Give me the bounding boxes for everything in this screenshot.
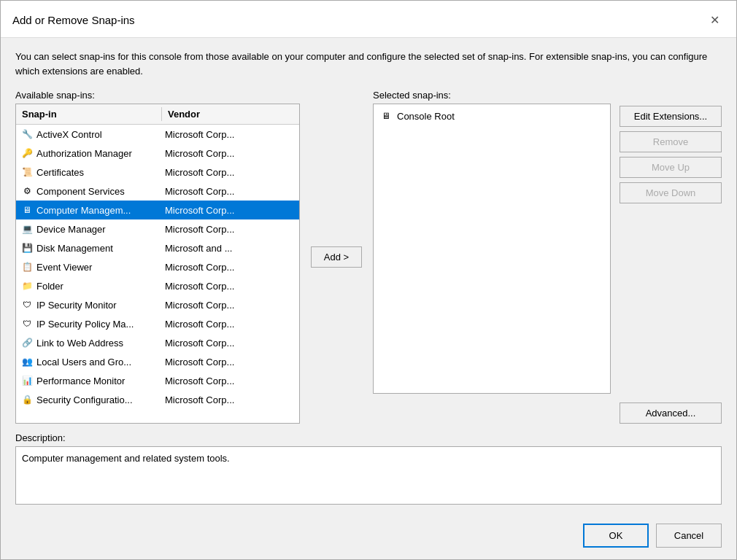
snap-in-icon: 🛡: [20, 298, 34, 311]
add-remove-snapins-dialog: Add or Remove Snap-ins ✕ You can select …: [0, 0, 737, 560]
table-row[interactable]: 💻Device ManagerMicrosoft Corp...: [16, 219, 299, 238]
snap-in-vendor: Microsoft Corp...: [159, 262, 299, 273]
snap-in-icon: 📁: [20, 279, 34, 292]
snap-in-name: IP Security Policy Ma...: [36, 319, 159, 330]
snap-in-vendor: Microsoft Corp...: [159, 338, 299, 349]
cancel-button[interactable]: Cancel: [656, 524, 722, 548]
description-box: Computer management and related system t…: [15, 446, 722, 505]
table-row[interactable]: 🖥Computer Managem...Microsoft Corp...: [16, 201, 299, 219]
snap-in-icon: 🔧: [20, 128, 34, 141]
remove-button[interactable]: Remove: [620, 131, 722, 152]
main-area: Available snap-ins: Snap-in Vendor 🔧Acti…: [15, 90, 722, 424]
table-row[interactable]: 📁FolderMicrosoft Corp...: [16, 276, 299, 295]
right-panel: Selected snap-ins: 🖥Console Root Edit Ex…: [373, 90, 722, 424]
intro-text: You can select snap-ins for this console…: [15, 50, 722, 78]
action-buttons: Edit Extensions... Remove Move Up Move D…: [620, 90, 722, 394]
snap-in-icon: 👥: [20, 355, 34, 368]
snap-in-name: Event Viewer: [36, 262, 159, 273]
table-row[interactable]: 🔑Authorization ManagerMicrosoft Corp...: [16, 144, 299, 163]
table-header: Snap-in Vendor: [16, 104, 299, 125]
advanced-btn-row: Advanced...: [373, 400, 722, 424]
snap-in-icon: 🖥: [20, 203, 34, 217]
snap-in-icon: 🔒: [20, 393, 34, 406]
snap-in-name: Security Configuratio...: [36, 394, 159, 405]
available-table: Snap-in Vendor 🔧ActiveX ControlMicrosoft…: [15, 104, 300, 424]
selected-item[interactable]: 🖥Console Root: [377, 107, 607, 125]
table-row[interactable]: 🛡IP Security Policy Ma...Microsoft Corp.…: [16, 314, 299, 333]
advanced-button[interactable]: Advanced...: [620, 402, 722, 424]
snap-in-name: Link to Web Address: [36, 338, 159, 349]
table-row[interactable]: 📊Performance MonitorMicrosoft Corp...: [16, 371, 299, 390]
snap-in-name: Device Manager: [36, 224, 159, 235]
title-bar: Add or Remove Snap-ins ✕: [1, 1, 736, 38]
vendor-col-header: Vendor: [162, 107, 299, 121]
dialog-title: Add or Remove Snap-ins: [12, 14, 135, 26]
table-row[interactable]: 🔗Link to Web AddressMicrosoft Corp...: [16, 333, 299, 352]
snap-in-name: ActiveX Control: [36, 129, 159, 140]
right-top: Selected snap-ins: 🖥Console Root Edit Ex…: [373, 90, 722, 394]
snap-in-icon: 💾: [20, 241, 34, 254]
snap-in-icon: 📊: [20, 374, 34, 387]
dialog-body: You can select snap-ins for this console…: [1, 38, 736, 516]
table-row[interactable]: 💾Disk ManagementMicrosoft and ...: [16, 238, 299, 257]
snap-in-name: Performance Monitor: [36, 376, 159, 386]
snap-in-icon: 🛡: [20, 317, 34, 330]
snap-in-icon: 🔑: [20, 147, 34, 160]
table-scroll[interactable]: 🔧ActiveX ControlMicrosoft Corp...🔑Author…: [16, 125, 299, 423]
available-label: Available snap-ins:: [15, 90, 300, 101]
snap-in-name: Certificates: [36, 167, 159, 178]
selected-list[interactable]: 🖥Console Root: [373, 104, 611, 394]
snap-in-vendor: Microsoft Corp...: [159, 319, 299, 330]
snap-in-icon: ⚙: [20, 184, 34, 198]
description-area: Description: Computer management and rel…: [15, 432, 722, 505]
snap-in-vendor: Microsoft Corp...: [159, 357, 299, 368]
snap-in-vendor: Microsoft Corp...: [159, 300, 299, 311]
available-panel: Available snap-ins: Snap-in Vendor 🔧Acti…: [15, 90, 300, 424]
snapin-col-header: Snap-in: [16, 107, 162, 121]
snap-in-vendor: Microsoft and ...: [159, 243, 299, 254]
table-row[interactable]: 🔧ActiveX ControlMicrosoft Corp...: [16, 125, 299, 144]
selected-item-icon: 🖥: [379, 109, 393, 122]
snap-in-name: Disk Management: [36, 243, 159, 254]
snap-in-name: Computer Managem...: [36, 205, 159, 216]
snap-in-icon: 📜: [20, 166, 34, 179]
table-row[interactable]: ⚙Component ServicesMicrosoft Corp...: [16, 182, 299, 201]
snap-in-vendor: Microsoft Corp...: [159, 224, 299, 235]
snap-in-vendor: Microsoft Corp...: [159, 148, 299, 159]
description-label: Description:: [15, 432, 722, 443]
snap-in-icon: 📋: [20, 260, 34, 273]
table-row[interactable]: 🛡IP Security MonitorMicrosoft Corp...: [16, 295, 299, 314]
snap-in-name: Folder: [36, 281, 159, 292]
snap-in-vendor: Microsoft Corp...: [159, 376, 299, 386]
ok-button[interactable]: OK: [583, 524, 649, 548]
snap-in-name: IP Security Monitor: [36, 300, 159, 311]
move-up-button[interactable]: Move Up: [620, 157, 722, 178]
table-row[interactable]: 📋Event ViewerMicrosoft Corp...: [16, 257, 299, 276]
selected-panel: Selected snap-ins: 🖥Console Root: [373, 90, 611, 394]
add-button[interactable]: Add >: [311, 246, 362, 268]
snap-in-vendor: Microsoft Corp...: [159, 167, 299, 178]
table-row[interactable]: 👥Local Users and Gro...Microsoft Corp...: [16, 352, 299, 371]
edit-extensions-button[interactable]: Edit Extensions...: [620, 106, 722, 127]
dialog-footer: OK Cancel: [1, 516, 736, 559]
snap-in-vendor: Microsoft Corp...: [159, 281, 299, 292]
snap-in-vendor: Microsoft Corp...: [159, 186, 299, 197]
snap-in-icon: 🔗: [20, 336, 34, 349]
snap-in-icon: 💻: [20, 222, 34, 236]
snap-in-vendor: Microsoft Corp...: [159, 205, 299, 216]
snap-in-name: Component Services: [36, 186, 159, 197]
snap-in-vendor: Microsoft Corp...: [159, 129, 299, 140]
move-down-button[interactable]: Move Down: [620, 182, 722, 203]
snap-in-name: Authorization Manager: [36, 148, 159, 159]
table-row[interactable]: 📜CertificatesMicrosoft Corp...: [16, 163, 299, 182]
snap-in-vendor: Microsoft Corp...: [159, 394, 299, 405]
selected-label: Selected snap-ins:: [373, 90, 611, 101]
selected-item-name: Console Root: [397, 111, 455, 122]
snap-in-name: Local Users and Gro...: [36, 357, 159, 368]
close-button[interactable]: ✕: [704, 9, 725, 30]
middle-panel: Add >: [307, 90, 366, 424]
table-row[interactable]: 🔒Security Configuratio...Microsoft Corp.…: [16, 390, 299, 409]
